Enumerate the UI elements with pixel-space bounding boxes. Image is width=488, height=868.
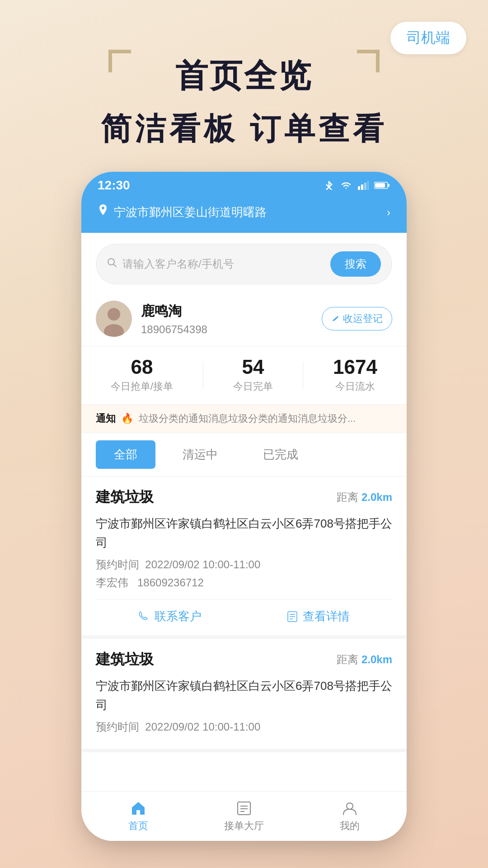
svg-rect-3 — [367, 181, 369, 190]
svg-rect-2 — [364, 183, 366, 190]
stat-today-complete: 54 今日完单 — [233, 357, 273, 393]
profile-phone: 18906754398 — [141, 323, 322, 336]
stat-number-orders: 68 — [111, 357, 173, 377]
stat-label-complete: 今日完单 — [233, 380, 273, 393]
stat-number-revenue: 1674 — [333, 357, 377, 377]
profile-icon — [342, 800, 358, 816]
location-text: 宁波市鄞州区姜山街道明曙路 — [114, 204, 381, 220]
status-icons — [324, 181, 390, 190]
order-2-distance-unit: km — [376, 653, 392, 665]
register-btn-label: 收运登记 — [343, 312, 383, 326]
stat-label-revenue: 今日流水 — [333, 380, 377, 393]
svg-rect-6 — [375, 183, 385, 188]
hero-section: 首页全览 简洁看板 订单查看 — [0, 54, 488, 150]
orders-hall-icon — [236, 800, 252, 816]
order-1-contact: 李宏伟 18609236712 — [96, 576, 392, 590]
profile-info: 鹿鸣淘 18906754398 — [141, 302, 322, 336]
search-button[interactable]: 搜索 — [330, 251, 381, 277]
order-card-1: 建筑垃圾 距离 2.0km 宁波市鄞州区许家镇白鹤社区白云小区6弄708号搭把手… — [81, 476, 407, 639]
status-time: 12:30 — [98, 178, 130, 193]
order-2-distance: 距离 2.0km — [337, 652, 392, 667]
hero-title: 首页全览 — [0, 54, 488, 98]
bluetooth-icon — [324, 181, 334, 190]
notice-fire-icon: 🔥 — [121, 413, 133, 425]
svg-point-10 — [108, 308, 120, 321]
order-1-time-label: 预约时间 — [96, 558, 139, 571]
order-1-time-value: 2022/09/02 10:00-11:00 — [145, 558, 260, 571]
user-avatar — [96, 301, 132, 337]
detail-btn-label: 查看详情 — [303, 609, 350, 624]
nav-profile-label: 我的 — [340, 819, 360, 833]
nav-orders-hall[interactable]: 接单大厅 — [224, 800, 264, 833]
signal-icon — [358, 181, 369, 190]
search-placeholder-text: 请输入客户名称/手机号 — [122, 257, 330, 271]
search-icon — [107, 258, 117, 270]
order-1-time: 预约时间 2022/09/02 10:00-11:00 — [96, 557, 392, 572]
location-bar[interactable]: 宁波市鄞州区姜山街道明曙路 › — [81, 199, 407, 233]
order-1-detail-btn[interactable]: 查看详情 — [286, 609, 350, 624]
stat-divider-2 — [303, 362, 303, 389]
contact-btn-label: 联系客户 — [155, 609, 202, 624]
order-2-time: 预约时间 2022/09/02 10:00-11:00 — [96, 720, 392, 734]
notice-tag: 通知 — [96, 412, 116, 425]
order-2-header: 建筑垃圾 距离 2.0km — [96, 650, 392, 670]
location-icon — [98, 204, 108, 220]
order-2-time-value: 2022/09/02 10:00-11:00 — [145, 721, 260, 733]
order-card-2: 建筑垃圾 距离 2.0km 宁波市鄞州区许家镇白鹤社区白云小区6弄708号搭把手… — [81, 639, 407, 752]
order-1-distance-value: 2.0 — [361, 491, 376, 503]
profile-section: 鹿鸣淘 18906754398 收运登记 — [81, 292, 407, 346]
search-section: 请输入客户名称/手机号 搜索 — [81, 233, 407, 292]
nav-home-label: 首页 — [128, 819, 148, 833]
tab-all[interactable]: 全部 — [96, 440, 155, 469]
order-1-header: 建筑垃圾 距离 2.0km — [96, 487, 392, 507]
stat-today-revenue: 1674 今日流水 — [333, 357, 377, 393]
tab-completed[interactable]: 已完成 — [245, 440, 316, 469]
stat-today-orders: 68 今日抢单/接单 — [111, 357, 173, 393]
svg-rect-5 — [388, 184, 389, 187]
order-1-distance: 距离 2.0km — [337, 490, 392, 505]
bottom-navigation: 首页 接单大厅 我的 — [81, 791, 407, 841]
wifi-icon — [340, 181, 352, 190]
battery-icon — [374, 181, 390, 189]
nav-profile[interactable]: 我的 — [340, 800, 360, 833]
notice-bar[interactable]: 通知 🔥 垃圾分类的通知消息垃圾分类的通知消息垃圾分... — [81, 405, 407, 433]
profile-name: 鹿鸣淘 — [141, 302, 322, 321]
order-1-actions: 联系客户 查看详情 — [96, 599, 392, 624]
phone-mockup: 12:30 — [81, 172, 407, 841]
order-2-type: 建筑垃圾 — [96, 650, 154, 670]
nav-home[interactable]: 首页 — [128, 800, 148, 833]
nav-orders-hall-label: 接单大厅 — [224, 819, 264, 833]
stat-label-orders: 今日抢单/接单 — [111, 380, 173, 393]
order-1-type: 建筑垃圾 — [96, 487, 154, 507]
order-1-contact-name: 李宏伟 — [96, 576, 128, 589]
register-button[interactable]: 收运登记 — [322, 307, 392, 330]
search-bar[interactable]: 请输入客户名称/手机号 搜索 — [96, 244, 392, 284]
stat-divider-1 — [203, 362, 203, 389]
order-1-contact-phone: 18609236712 — [137, 576, 204, 589]
svg-point-20 — [347, 803, 353, 809]
tab-in-progress[interactable]: 清运中 — [164, 440, 236, 469]
svg-line-8 — [113, 264, 116, 267]
order-1-distance-unit: km — [376, 491, 392, 503]
notice-text: 垃圾分类的通知消息垃圾分类的通知消息垃圾分... — [139, 412, 356, 425]
order-2-address: 宁波市鄞州区许家镇白鹤社区白云小区6弄708号搭把手公司 — [96, 677, 392, 714]
home-icon — [130, 800, 146, 816]
stat-number-complete: 54 — [233, 357, 273, 377]
order-2-time-label: 预约时间 — [96, 721, 139, 733]
order-1-address: 宁波市鄞州区许家镇白鹤社区白云小区6弄708号搭把手公司 — [96, 514, 392, 552]
svg-rect-1 — [361, 184, 363, 190]
status-bar: 12:30 — [81, 172, 407, 199]
phone-content: 请输入客户名称/手机号 搜索 鹿鸣淘 18906754398 — [81, 233, 407, 798]
svg-rect-0 — [358, 186, 360, 190]
driver-badge[interactable]: 司机端 — [390, 22, 466, 54]
location-arrow-icon: › — [387, 206, 390, 219]
tab-section: 全部 清运中 已完成 — [81, 433, 407, 476]
stats-section: 68 今日抢单/接单 54 今日完单 1674 今日流水 — [81, 346, 407, 405]
hero-subtitle: 简洁看板 订单查看 — [0, 108, 488, 150]
order-2-distance-value: 2.0 — [361, 653, 376, 665]
order-1-contact-btn[interactable]: 联系客户 — [138, 609, 202, 624]
